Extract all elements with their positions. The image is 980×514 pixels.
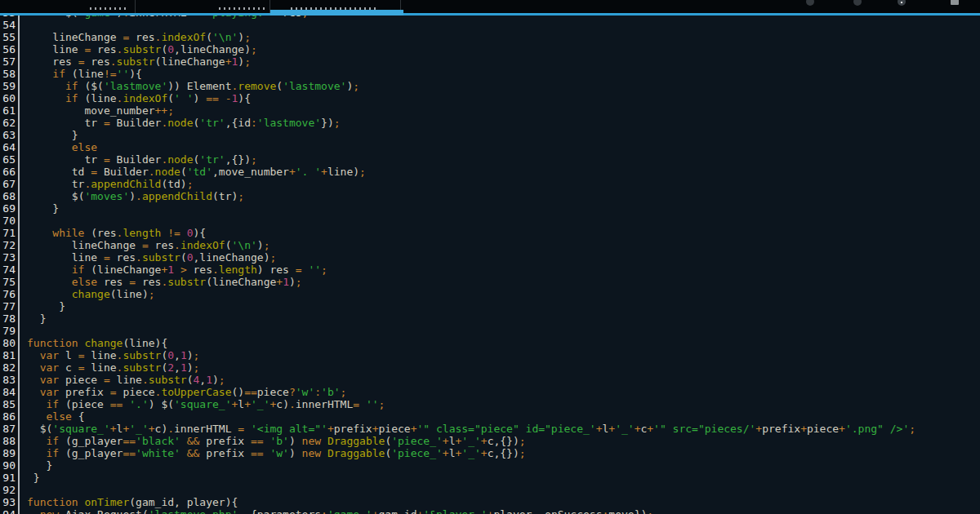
code-line[interactable]: 58 if (line!=''){	[0, 68, 980, 80]
code-token: res	[117, 251, 136, 264]
line-number: 91	[0, 472, 20, 484]
code-line[interactable]: 85 if (piece == '.') $('square_'+l+'_'+c…	[0, 398, 980, 410]
code-token: else	[72, 276, 97, 288]
code-line[interactable]: 83 var piece = line.substr(4,1);	[0, 374, 980, 386]
code-token: tr	[219, 190, 232, 202]
code-token: +	[800, 423, 807, 435]
toolbar-icon-3[interactable]	[898, 0, 906, 6]
code-line[interactable]: 67 tr.appendChild(td);	[0, 178, 980, 190]
code-token: 'lastmove'	[283, 80, 346, 92]
toolbar-icon-2[interactable]	[853, 0, 862, 6]
code-token: ,	[212, 166, 219, 178]
code-token: ;	[187, 178, 194, 190]
code-token: (	[206, 276, 212, 288]
line-number: 67	[0, 178, 20, 190]
code-token	[59, 129, 65, 141]
code-line[interactable]: 87 $('square_'+l+'_'+c).innerHTML = '<im…	[0, 423, 980, 435]
code-text: }	[20, 472, 980, 484]
code-token: =	[104, 153, 110, 166]
code-line[interactable]: 80function change(line){	[0, 337, 980, 349]
code-token: =	[91, 166, 97, 178]
tab-2[interactable]	[136, 0, 270, 13]
code-token: ;	[519, 447, 526, 459]
code-line[interactable]: 86 else {	[0, 410, 980, 423]
code-token: ==	[244, 386, 257, 398]
code-line[interactable]: 94 new Ajax.Request('lastmove.php', {par…	[0, 508, 980, 514]
code-token: )	[513, 447, 519, 459]
code-line[interactable]: 55 lineChange = res.indexOf('\n');	[0, 31, 980, 43]
code-line[interactable]: 73 line = res.substr(0,lineChange);	[0, 251, 980, 264]
code-token: }	[506, 447, 513, 459]
line-number: 87	[0, 423, 20, 435]
code-line[interactable]: 84 var prefix = piece.toUpperCase()==pie…	[0, 386, 980, 398]
code-editor[interactable]: 53 $('game').innerHTML = 'playing: '+res…	[0, 7, 980, 514]
code-token: tr	[72, 178, 85, 190]
code-line[interactable]: 62 tr = Builder.node('tr',{id:'lastmove'…	[0, 117, 980, 129]
code-line[interactable]: 68 $('moves').appendChild(tr);	[0, 190, 980, 202]
code-token	[72, 117, 78, 129]
code-token: '.png" />'	[845, 423, 909, 435]
code-token: (	[225, 239, 232, 251]
code-token: move	[608, 508, 634, 514]
tabbar-underline	[0, 13, 980, 16]
code-line[interactable]: 90 }	[0, 459, 980, 472]
code-token	[27, 153, 33, 166]
code-token	[33, 129, 40, 141]
code-text: if (line!=''){	[20, 68, 980, 80]
code-line[interactable]: 65 tr = Builder.node('tr',{});	[0, 153, 980, 166]
line-number: 84	[0, 386, 20, 398]
code-line[interactable]: 54	[0, 19, 980, 31]
code-token	[33, 459, 40, 472]
code-token	[27, 459, 33, 472]
line-number: 81	[0, 349, 20, 361]
code-line[interactable]: 79	[0, 325, 980, 337]
code-line[interactable]: 64 else	[0, 141, 980, 153]
code-token: gam_id	[379, 508, 417, 514]
code-token: ;	[353, 80, 359, 92]
code-token	[52, 104, 59, 117]
code-token: ;	[149, 288, 155, 300]
code-line[interactable]: 56 line = res.substr(0,lineChange);	[0, 43, 980, 55]
code-token: 2	[167, 361, 174, 374]
code-line[interactable]: 74 if (lineChange+1 > res.length) res = …	[0, 264, 980, 276]
code-line[interactable]: 88 if (g_player=='black' && prefix == 'b…	[0, 435, 980, 447]
code-token	[52, 141, 59, 153]
code-text: }	[20, 300, 980, 312]
code-token: 'b'	[321, 386, 340, 398]
code-token: while	[52, 227, 84, 239]
code-token	[33, 141, 40, 153]
code-token	[33, 178, 40, 190]
code-line[interactable]: 82 var c = line.substr(2,1);	[0, 361, 980, 374]
line-number: 62	[0, 117, 20, 129]
code-token: ++;	[155, 104, 174, 117]
code-line[interactable]: 61 move_number++;	[0, 104, 980, 117]
code-line[interactable]: 63 }	[0, 129, 980, 141]
code-line[interactable]: 76 change(line);	[0, 288, 980, 300]
code-line[interactable]: 72 lineChange = res.indexOf('\n');	[0, 239, 980, 251]
code-token	[59, 141, 65, 153]
toolbar-icon-1[interactable]	[806, 0, 814, 6]
code-line[interactable]: 81 var l = line.substr(0,1);	[0, 349, 980, 361]
code-line[interactable]: 66 td = Builder.node('td',move_number+'.…	[0, 166, 980, 178]
code-token: move_number	[219, 166, 289, 178]
code-line[interactable]: 91 }	[0, 472, 980, 484]
code-token	[33, 43, 40, 55]
toolbar-icon-4[interactable]	[951, 0, 959, 5]
code-line[interactable]: 75 else res = res.substr(lineChange+1);	[0, 276, 980, 288]
code-line[interactable]: 78 }	[0, 312, 980, 325]
code-line[interactable]: 92	[0, 484, 980, 496]
code-line[interactable]: 57 res = res.substr(lineChange+1);	[0, 55, 980, 68]
code-line[interactable]: 71 while (res.length != 0){	[0, 227, 980, 239]
code-line[interactable]: 60 if (line.indexOf(' ') == -1){	[0, 92, 980, 104]
code-line[interactable]: 77 }	[0, 300, 980, 312]
code-line[interactable]: 70	[0, 215, 980, 227]
code-line[interactable]: 69 }	[0, 202, 980, 215]
code-token	[33, 239, 40, 251]
code-token: +	[481, 447, 488, 459]
code-line[interactable]: 89 if (g_player=='white' && prefix == 'w…	[0, 447, 980, 459]
code-token: var	[40, 374, 59, 386]
tab-1[interactable]	[0, 0, 136, 13]
code-token: +	[321, 166, 327, 178]
code-line[interactable]: 93function onTimer(gam_id, player){	[0, 496, 980, 508]
code-line[interactable]: 59 if ($('lastmove')) Element.remove('la…	[0, 80, 980, 92]
